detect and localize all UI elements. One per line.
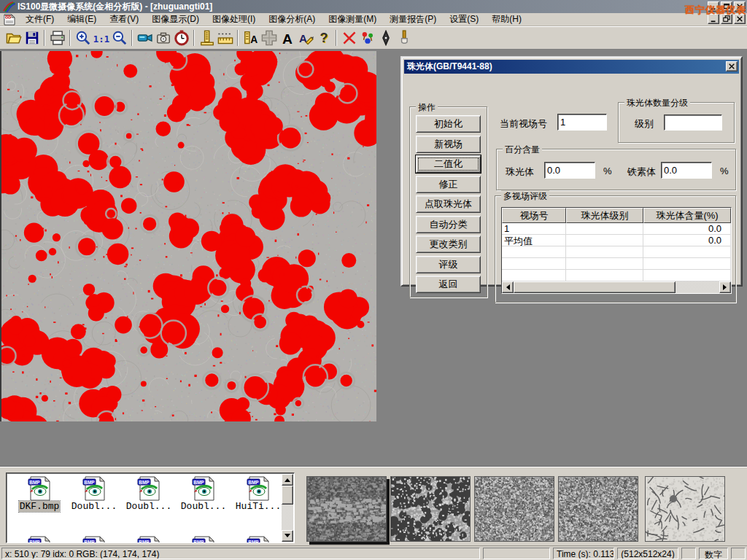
file-item-row2-2[interactable]: BMP bbox=[122, 536, 176, 543]
thumb-4[interactable] bbox=[558, 476, 638, 542]
curve-cut-button[interactable] bbox=[340, 29, 358, 47]
scroll-right-button[interactable] bbox=[719, 281, 731, 293]
thumb-2[interactable] bbox=[390, 476, 471, 542]
ferrite-percent-input[interactable] bbox=[661, 162, 712, 179]
table-header-3[interactable]: 铁素体含量(%) bbox=[731, 208, 732, 223]
brush-button[interactable] bbox=[395, 29, 413, 47]
file-item-row2-0[interactable]: BMP bbox=[12, 536, 66, 543]
table-header-2[interactable]: 珠光体含量(%) bbox=[643, 208, 731, 223]
op-button-3[interactable]: 修正 bbox=[416, 176, 481, 193]
annotate-button[interactable]: A bbox=[296, 29, 314, 47]
menu-item-8[interactable]: 设置(S) bbox=[443, 12, 485, 26]
operations-group: 操作 初始化新视场二值化修正点取珠光体自动分类更改类别评级返回 bbox=[409, 106, 487, 298]
binarized-metallograph-image[interactable] bbox=[0, 51, 376, 421]
dialog-close-button[interactable] bbox=[726, 61, 738, 71]
operations-group-label: 操作 bbox=[416, 101, 438, 114]
grid-cross-button[interactable] bbox=[260, 29, 278, 47]
file-item-1[interactable]: BMPDoubl... bbox=[67, 476, 121, 512]
caliper-button[interactable] bbox=[198, 29, 216, 47]
scrollbar-thumb[interactable] bbox=[514, 281, 676, 293]
menu-item-0[interactable]: 文件(F) bbox=[19, 12, 61, 26]
measure-text-button[interactable]: A bbox=[241, 29, 260, 47]
op-button-2[interactable]: 二值化 bbox=[416, 155, 481, 173]
menu-item-3[interactable]: 图像显示(D) bbox=[145, 12, 206, 26]
op-button-6[interactable]: 更改类别 bbox=[416, 236, 481, 253]
file-item-row2-3[interactable]: BMP bbox=[177, 536, 231, 543]
capture-button[interactable] bbox=[154, 29, 172, 47]
menu-item-9[interactable]: 帮助(H) bbox=[485, 12, 528, 26]
zoom-in-button[interactable] bbox=[74, 29, 92, 47]
timer-button[interactable] bbox=[172, 29, 190, 47]
multifield-table-header: 视场号珠光体级别珠光体含量(%)铁素体含量(%) bbox=[502, 208, 731, 223]
pearlite-percent-input[interactable] bbox=[544, 162, 595, 179]
app-logo-icon bbox=[2, 1, 15, 12]
menu-item-6[interactable]: 图像测量(M) bbox=[322, 12, 383, 26]
grade-input[interactable] bbox=[664, 114, 722, 131]
pearlite-dialog: 珠光体(GB/T9441-88) 操作 初始化新视场二值化修正点取珠光体自动分类… bbox=[400, 56, 743, 287]
file-scroll-down-button[interactable] bbox=[282, 530, 293, 542]
table-row-0[interactable]: 10.0 bbox=[502, 223, 731, 235]
file-item-4[interactable]: BMPHuiTi... bbox=[231, 476, 285, 512]
save-button[interactable] bbox=[23, 29, 41, 47]
file-list-scrollbar[interactable] bbox=[282, 474, 293, 542]
help-button[interactable]: ?? bbox=[314, 29, 333, 47]
multifield-table[interactable]: 视场号珠光体级别珠光体含量(%)铁素体含量(%) 10.0平均值0.0 bbox=[501, 207, 732, 294]
video-camera-button[interactable] bbox=[136, 29, 154, 47]
menu-item-7[interactable]: 测量报告(P) bbox=[383, 12, 443, 26]
current-field-input[interactable] bbox=[557, 114, 607, 131]
op-button-4[interactable]: 点取珠光体 bbox=[416, 195, 481, 213]
menu-item-2[interactable]: 查看(V) bbox=[103, 12, 145, 26]
thumb-5[interactable] bbox=[645, 476, 725, 542]
table-cell bbox=[731, 246, 732, 257]
table-row-4[interactable] bbox=[502, 270, 731, 281]
open-icon bbox=[6, 30, 22, 46]
zoom-out-icon bbox=[112, 30, 128, 46]
timer-icon bbox=[174, 30, 190, 46]
toolbar-separator bbox=[44, 30, 45, 46]
file-item-row2-4[interactable]: BMP bbox=[231, 536, 285, 543]
save-icon bbox=[24, 30, 40, 46]
markers-button[interactable] bbox=[358, 29, 376, 47]
op-button-7[interactable]: 评级 bbox=[416, 256, 481, 273]
file-item-0[interactable]: BMPDKF.bmp bbox=[12, 476, 66, 512]
table-horizontal-scrollbar[interactable] bbox=[502, 281, 731, 293]
print-icon bbox=[50, 30, 66, 46]
ruler-button[interactable] bbox=[216, 29, 234, 47]
menu-item-4[interactable]: 图像处理(I) bbox=[206, 12, 262, 26]
thumb-3[interactable] bbox=[474, 476, 554, 542]
measure-text-icon: A bbox=[243, 30, 259, 46]
status-panel-3 bbox=[681, 548, 696, 559]
bottom-panel: BMPDKF.bmpBMPDoubl...BMPDoubl...BMPDoubl… bbox=[0, 467, 747, 545]
open-button[interactable] bbox=[4, 29, 23, 47]
text-button[interactable]: A bbox=[278, 29, 296, 47]
bmp-file-icon: BMP bbox=[26, 476, 53, 501]
table-row-2[interactable] bbox=[502, 246, 731, 258]
zoom-out-button[interactable] bbox=[110, 29, 128, 47]
print-button[interactable] bbox=[48, 29, 66, 47]
op-button-8[interactable]: 返回 bbox=[416, 276, 481, 293]
actual-size-button[interactable]: 1:1 bbox=[92, 29, 110, 47]
menu-item-5[interactable]: 图像分析(A) bbox=[262, 12, 322, 26]
scroll-left-button[interactable] bbox=[502, 281, 514, 293]
file-item-2[interactable]: BMPDoubl... bbox=[122, 476, 176, 512]
pen-button[interactable] bbox=[376, 29, 395, 47]
svg-text:BMP: BMP bbox=[84, 480, 95, 485]
file-item-3[interactable]: BMPDoubl... bbox=[177, 476, 231, 512]
menu-item-1[interactable]: 编辑(E) bbox=[61, 12, 103, 26]
table-header-1[interactable]: 珠光体级别 bbox=[566, 208, 643, 223]
table-header-0[interactable]: 视场号 bbox=[502, 208, 566, 223]
table-cell bbox=[731, 258, 732, 269]
table-row-3[interactable] bbox=[502, 258, 731, 270]
table-row-1[interactable]: 平均值0.0 bbox=[502, 235, 731, 246]
scrollbar-track[interactable] bbox=[676, 281, 719, 293]
file-scroll-up-button[interactable] bbox=[282, 474, 293, 486]
op-button-1[interactable]: 新视场 bbox=[416, 136, 481, 153]
file-scrollbar-thumb[interactable] bbox=[282, 486, 293, 505]
multifield-group-label: 多视场评级 bbox=[501, 190, 549, 203]
file-item-row2-1[interactable]: BMP bbox=[67, 536, 121, 543]
op-button-0[interactable]: 初始化 bbox=[416, 115, 481, 133]
dialog-title-bar[interactable]: 珠光体(GB/T9441-88) bbox=[404, 60, 739, 74]
dialog-body: 操作 初始化新视场二值化修正点取珠光体自动分类更改类别评级返回 当前视场号 珠光… bbox=[402, 77, 741, 285]
thumb-1[interactable] bbox=[306, 476, 387, 542]
op-button-5[interactable]: 自动分类 bbox=[416, 216, 481, 233]
